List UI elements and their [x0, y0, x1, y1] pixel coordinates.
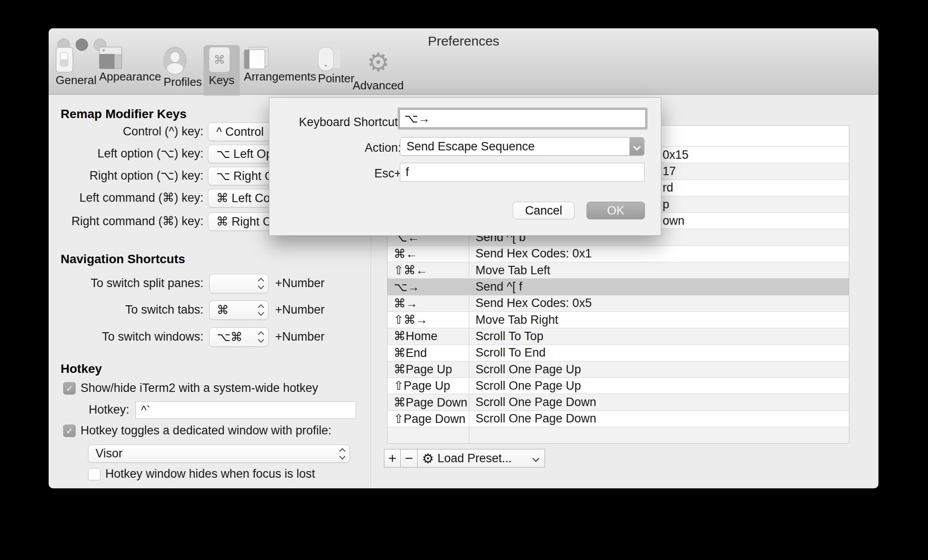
navigation-row-label: To switch windows: [62, 327, 203, 346]
navigation-modifier-select[interactable] [209, 274, 268, 293]
navigation-modifier-select[interactable]: ⌘ [209, 300, 268, 320]
table-row[interactable]: ⇧Page DownScroll One Page Down [387, 411, 849, 427]
action-cell: Scroll To End [469, 345, 849, 361]
gear-icon: ⚙ [422, 451, 434, 466]
toolbar-item-arrangements[interactable]: Arrangements [238, 45, 321, 95]
toolbar-item-label: Appearance [99, 70, 161, 84]
hotkey-field-label: Hotkey: [66, 401, 129, 418]
action-cell: Move Tab Right [469, 312, 849, 328]
remap-row-label: Left command (⌘) key: [62, 189, 203, 207]
action-cell: Scroll One Page Down [469, 411, 849, 427]
keyboard-shortcut-input[interactable]: ⌥→ [399, 109, 646, 128]
add-key-mapping-button[interactable]: + [384, 449, 401, 467]
remove-key-mapping-button[interactable]: − [401, 449, 418, 467]
action-cell: Send Hex Codes: 0x1 [469, 246, 849, 262]
show-hide-hotkey-label: Show/hide iTerm2 with a system-wide hotk… [81, 382, 318, 394]
remap-heading: Remap Modifier Keys [61, 107, 187, 121]
keyboard-shortcut-label: Keyboard Shortcut: [269, 115, 401, 129]
navigation-modifier-value: ⌥⌘ [217, 328, 242, 346]
popup-chevron-icon [629, 138, 644, 155]
key-combination-cell: ⇧Page Down [387, 411, 469, 427]
key-combination-cell: ⌘← [387, 246, 469, 262]
toolbar-item-label: Advanced [353, 79, 404, 92]
action-label: Action: [269, 141, 401, 155]
key-combination-cell: ⌘Home [387, 328, 469, 344]
table-row[interactable]: ⇧Page UpScroll One Page Up [387, 378, 849, 394]
hotkey-input-value: ^` [141, 403, 150, 417]
stepper-arrows-icon [258, 304, 264, 316]
table-row[interactable]: ⇧⌘→Move Tab Right [387, 312, 849, 328]
toolbar-item-profiles[interactable]: Profiles [158, 45, 207, 95]
key-combination-cell: ⌘Page Down [387, 394, 469, 410]
stepper-arrows-icon [258, 331, 264, 343]
plus-number-label: +Number [275, 274, 325, 292]
table-row[interactable]: ⇧⌘←Move Tab Left [387, 262, 849, 279]
toolbar-item-keys[interactable]: Keys [203, 45, 240, 96]
keyboard-shortcut-value: ⌥→ [404, 111, 430, 126]
hotkey-heading: Hotkey [61, 362, 102, 376]
toolbar-item-appearance[interactable]: Appearance [94, 45, 166, 95]
table-row[interactable] [387, 427, 849, 444]
esc-label: Esc+ [269, 167, 401, 180]
action-select[interactable]: Send Escape Sequence [400, 137, 644, 156]
keys-icon [209, 47, 230, 73]
remap-row-label: Right command (⌘) key: [62, 212, 203, 230]
navigation-row-label: To switch tabs: [62, 300, 203, 319]
appearance-icon [99, 47, 122, 69]
pointer-icon [318, 47, 334, 71]
toolbar-item-label: General [56, 73, 97, 87]
action-cell: Scroll One Page Up [469, 378, 849, 394]
hotkey-input[interactable]: ^` [135, 401, 356, 419]
action-cell: Scroll One Page Down [469, 394, 849, 410]
navigation-modifier-value: ⌘ [217, 301, 229, 319]
navigation-row-label: To switch split panes: [62, 274, 203, 292]
table-row[interactable]: ⌘Page UpScroll One Page Up [387, 361, 849, 378]
action-select-value: Send Escape Sequence [406, 140, 535, 153]
plus-number-label: +Number [275, 300, 325, 319]
toolbar-item-label: Arrangements [244, 70, 316, 84]
edit-key-mapping-dialog: Keyboard Shortcut: ⌥→ Action: Send Escap… [269, 97, 661, 236]
dedicated-window-checkbox[interactable] [63, 425, 76, 437]
esc-sequence-input[interactable]: f [400, 163, 644, 182]
esc-sequence-value: f [406, 165, 409, 179]
action-cell: Send ^[ f [469, 279, 849, 295]
key-combination-cell: ⇧Page Up [387, 378, 469, 394]
hides-focus-checkbox[interactable] [88, 468, 100, 480]
load-preset-label: Load Preset... [437, 452, 512, 465]
load-preset-button[interactable]: ⚙ Load Preset... [418, 449, 545, 467]
key-combination-cell: ⌥→ [387, 279, 469, 295]
profiles-icon [164, 47, 187, 74]
remap-row-label: Control (^) key: [62, 123, 203, 140]
key-combination-cell: ⌘→ [387, 295, 469, 311]
navigation-heading: Navigation Shortcuts [61, 252, 185, 266]
table-row[interactable]: ⌘EndScroll To End [387, 345, 849, 361]
table-row[interactable]: ⌥→Send ^[ f [387, 279, 849, 295]
key-combination-cell [387, 427, 469, 444]
table-row[interactable]: ⌘Page DownScroll One Page Down [387, 394, 849, 410]
preferences-window: Preferences GeneralAppearanceProfilesKey… [49, 28, 878, 488]
remap-row-label: Left option (⌥) key: [62, 145, 203, 162]
ok-button[interactable]: OK [587, 202, 645, 219]
profile-select-value: Visor [96, 445, 123, 462]
remap-row-label: Right option (⌥) key: [62, 167, 203, 184]
table-row[interactable]: ⌘←Send Hex Codes: 0x1 [387, 246, 849, 262]
action-cell: Scroll To Top [469, 328, 849, 344]
action-cell [469, 427, 849, 444]
arrangements-icon [244, 47, 268, 69]
stepper-arrows-icon [339, 448, 345, 460]
key-combination-cell: ⌘End [387, 345, 469, 361]
show-hide-hotkey-checkbox[interactable] [63, 382, 76, 395]
toolbar-item-label: Profiles [164, 75, 202, 89]
cancel-button[interactable]: Cancel [513, 202, 575, 219]
action-cell: Send Hex Codes: 0x5 [469, 295, 849, 311]
toolbar-item-advanced[interactable]: Advanced [347, 45, 409, 95]
profile-select[interactable]: Visor [88, 445, 350, 463]
stepper-arrows-icon [258, 278, 264, 289]
plus-number-label: +Number [275, 327, 325, 346]
titlebar-toolbar: Preferences GeneralAppearanceProfilesKey… [49, 28, 878, 95]
navigation-modifier-select[interactable]: ⌥⌘ [209, 327, 268, 347]
table-row[interactable]: ⌘HomeScroll To Top [387, 328, 849, 345]
table-row[interactable]: ⌘→Send Hex Codes: 0x5 [387, 295, 849, 312]
key-table-controls: + − ⚙ Load Preset... [384, 449, 545, 468]
general-icon [56, 47, 73, 73]
